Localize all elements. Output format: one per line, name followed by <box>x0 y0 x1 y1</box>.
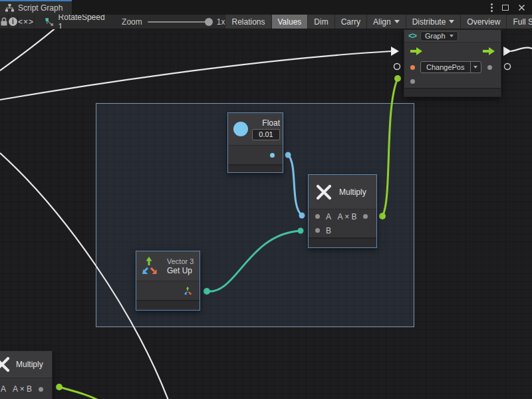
maximize-icon[interactable] <box>502 5 509 11</box>
event-input-port-2[interactable] <box>410 79 415 84</box>
unconnected-port-circle[interactable] <box>394 64 400 70</box>
port-label: B <box>326 226 331 235</box>
tab-title: Script Graph <box>18 3 63 13</box>
node-title: Float <box>262 118 280 128</box>
align-dropdown[interactable]: Align <box>366 15 406 29</box>
window-controls <box>491 0 532 15</box>
close-icon[interactable] <box>518 4 525 11</box>
event-name-dropdown[interactable]: ChangePos <box>420 61 481 73</box>
overview-button[interactable]: Overview <box>460 15 506 29</box>
flow-input-port[interactable] <box>410 47 422 55</box>
port-label: A <box>326 212 331 221</box>
chevron-down-icon <box>473 66 477 68</box>
script-graph-window: Script Graph i <×> <box>0 0 532 399</box>
lock-icon <box>0 17 8 26</box>
unconnected-port-circle[interactable] <box>505 64 511 70</box>
carry-button[interactable]: Carry <box>334 15 366 29</box>
flow-arrowhead <box>503 47 511 56</box>
dim-button[interactable]: Dim <box>307 15 334 29</box>
output-port-axb[interactable] <box>363 214 368 219</box>
event-output-port[interactable] <box>487 65 492 70</box>
graph-reference-label: RotateSpeed 1 <box>59 15 106 29</box>
flow-arrowhead <box>391 47 399 56</box>
tab-bar: Script Graph <box>0 0 532 15</box>
window-menu-icon[interactable] <box>491 3 493 12</box>
zoom-label: Zoom <box>122 17 142 27</box>
node-title: Get Up <box>167 266 194 275</box>
node-multiply[interactable]: Multiply A A × B B <box>308 174 377 248</box>
graph-toolbar: i <×> RotateSpeed 1 Zoom 1x Relations Va… <box>0 15 532 29</box>
hierarchy-icon <box>5 4 14 12</box>
output-port-axb[interactable] <box>39 387 43 392</box>
node-title: Multiply <box>16 360 43 369</box>
graph-reference[interactable]: RotateSpeed 1 <box>35 15 112 29</box>
multiply-icon <box>0 356 11 373</box>
node-footer <box>309 237 376 247</box>
node-type-label: Vector 3 <box>167 257 194 265</box>
flow-output-port[interactable] <box>483 47 495 55</box>
wire-white-out-of-graph-node[interactable] <box>503 47 532 56</box>
port-label: A <box>1 384 6 394</box>
info-button[interactable]: i <box>9 15 18 29</box>
input-port-a[interactable] <box>315 214 320 219</box>
fullscreen-button[interactable]: Full Screen <box>506 15 532 29</box>
wire-white-topleft[interactable] <box>0 29 57 70</box>
chevron-down-icon <box>450 35 454 37</box>
distribute-dropdown[interactable]: Distribute <box>406 15 461 29</box>
port-label: A × B <box>13 384 32 394</box>
toolbar-button-group: Relations Values Dim Carry Align Distrib… <box>225 15 532 29</box>
dropdown-arrow-section <box>470 62 481 72</box>
wire-green-bottomleft[interactable] <box>56 384 101 399</box>
chevron-down-icon <box>449 20 454 23</box>
event-input-port[interactable] <box>410 65 415 70</box>
tab-script-graph[interactable]: Script Graph <box>0 0 72 15</box>
node-footer <box>228 164 283 172</box>
code-icon: <×> <box>18 17 34 27</box>
node-float[interactable]: Float <box>227 112 283 173</box>
input-port-b[interactable] <box>315 228 320 233</box>
info-icon: i <box>9 17 17 26</box>
float-type-icon <box>233 122 248 136</box>
node-multiply-partial[interactable]: Multiply A A × B <box>0 350 53 399</box>
graph-icon: <> <box>408 31 416 41</box>
multiply-icon <box>315 184 332 201</box>
float-value-input[interactable] <box>252 129 280 140</box>
graph-dropdown[interactable]: Graph <box>420 31 458 41</box>
node-footer <box>404 88 501 96</box>
zoom-slider-handle[interactable] <box>205 18 213 26</box>
script-graph-asset-icon <box>45 17 54 27</box>
node-title: Multiply <box>339 188 366 197</box>
zoom-value: 1x <box>217 17 225 27</box>
values-button[interactable]: Values <box>271 15 308 29</box>
zoom-slider[interactable] <box>148 21 211 23</box>
vector3-icon <box>142 257 162 275</box>
zoom-control: Zoom 1x <box>112 15 225 29</box>
wire-white-into-graph-node[interactable] <box>0 47 399 100</box>
float-output-port[interactable] <box>270 153 275 158</box>
port-label: A × B <box>337 212 356 221</box>
node-vector3-getup[interactable]: Vector 3 Get Up <box>136 251 200 311</box>
node-footer <box>136 300 200 310</box>
vector3-output-port[interactable] <box>184 287 194 295</box>
code-button[interactable]: <×> <box>18 15 35 29</box>
relations-button[interactable]: Relations <box>225 15 271 29</box>
chevron-down-icon <box>394 20 400 23</box>
graph-canvas[interactable]: Float Multiply A A × B <box>0 29 532 399</box>
lock-button[interactable] <box>0 15 9 29</box>
node-graph-event[interactable]: <> Graph ChangePos <box>404 29 501 97</box>
